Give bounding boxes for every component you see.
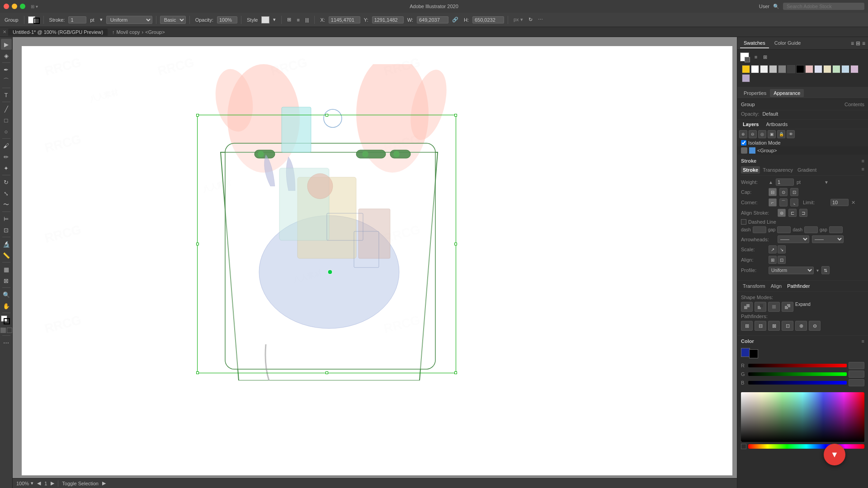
r-input[interactable]	[849, 362, 864, 369]
dashed-checkbox[interactable]	[741, 219, 746, 225]
swatch-silver[interactable]	[769, 65, 777, 73]
gradient-tool[interactable]: ▦	[1, 264, 12, 275]
tab-properties[interactable]: Properties	[740, 89, 770, 97]
dash1-input[interactable]	[753, 226, 766, 233]
page-next[interactable]: ▶	[51, 480, 54, 486]
zoom-control[interactable]: 100% ▾	[16, 480, 33, 486]
fg-swatch[interactable]	[740, 52, 749, 61]
rotate-icon[interactable]: ↻	[527, 16, 534, 23]
unite-btn[interactable]	[741, 302, 753, 312]
swatch-lavender[interactable]	[814, 65, 822, 73]
tab-align[interactable]: Align	[769, 282, 783, 290]
stroke-weight-input[interactable]	[68, 16, 86, 23]
w-input[interactable]	[417, 16, 448, 23]
blend-tool[interactable]: ⊠	[1, 275, 12, 286]
stroke-panel-menu[interactable]: ≡	[862, 166, 864, 174]
page-prev[interactable]: ◀	[37, 480, 41, 486]
type-tool[interactable]: T	[1, 89, 12, 100]
swatch-pink[interactable]	[805, 65, 813, 73]
tab-close-button[interactable]: ✕	[3, 29, 6, 34]
align-icon-1[interactable]: ⊞	[769, 256, 777, 264]
cap-square[interactable]: ⊡	[790, 188, 798, 196]
scale-tool[interactable]: ⤡	[1, 188, 12, 199]
swatch-mauve[interactable]	[850, 65, 859, 73]
grid-list-icon[interactable]: ≡	[851, 40, 854, 47]
expand-label[interactable]: Expand	[795, 302, 811, 312]
swatch-purple[interactable]	[742, 74, 750, 82]
panel-menu[interactable]: ≡	[862, 158, 864, 164]
r-slider[interactable]	[748, 364, 847, 367]
zoom-tool[interactable]: 🔍	[1, 289, 12, 300]
zoom-dropdown[interactable]: ▾	[31, 480, 33, 486]
make-mask-icon[interactable]: ⊕	[739, 130, 747, 138]
free-transform-tool[interactable]: ⊡	[1, 225, 12, 235]
eyedropper-tool[interactable]: 🔬	[1, 239, 12, 249]
g-input[interactable]	[849, 371, 864, 378]
cap-round[interactable]: ⊙	[779, 188, 788, 196]
tab-pathfinder[interactable]: Pathfinder	[785, 282, 811, 290]
fill-style-select[interactable]: Basic	[160, 16, 186, 24]
minus-back-btn[interactable]: ⊖	[809, 321, 821, 331]
align-icon-2[interactable]: ⊡	[778, 256, 786, 264]
align-center[interactable]: ⊜	[778, 209, 786, 217]
arrowhead-start[interactable]: ——	[778, 235, 809, 243]
group-selector[interactable]: Group	[3, 16, 20, 23]
corner-miter[interactable]: ⌐	[769, 198, 777, 206]
no-fill-mode[interactable]	[7, 328, 12, 333]
tab-gradient[interactable]: Gradient	[796, 166, 818, 174]
fullscreen-button[interactable]	[20, 4, 25, 9]
align-icon[interactable]: ≡	[295, 16, 301, 23]
cap-butt[interactable]: ⊟	[769, 188, 777, 196]
gap2-input[interactable]	[829, 226, 843, 233]
pencil-tool[interactable]: ✏	[1, 151, 12, 162]
measure-tool[interactable]: 📏	[1, 250, 12, 261]
layer-row-group[interactable]: <Group>	[737, 146, 868, 155]
minus-front-btn[interactable]	[755, 302, 766, 312]
outline-btn[interactable]: ⊕	[795, 321, 807, 331]
scale-icon-1[interactable]: ↗	[769, 245, 777, 253]
panel-menu-icon[interactable]: ≡	[862, 40, 865, 47]
pen-tool[interactable]: ✒	[1, 64, 12, 75]
swatch-white[interactable]	[751, 65, 759, 73]
exclude-btn[interactable]	[782, 302, 793, 312]
weight-up[interactable]: ▼	[824, 180, 829, 185]
ellipse-tool[interactable]: ○	[1, 126, 12, 137]
corner-bevel[interactable]: ⌞	[790, 198, 798, 206]
scale-icon-2[interactable]: ↘	[778, 245, 786, 253]
weight-down[interactable]: ▲	[769, 180, 773, 185]
style-dropdown[interactable]: ▾	[271, 16, 278, 23]
hue-slider[interactable]	[748, 444, 864, 449]
status-more[interactable]: ▶	[102, 480, 106, 486]
stroke-unit-dropdown[interactable]: ▾	[98, 16, 104, 23]
floating-badge[interactable]: ▼	[824, 444, 845, 465]
crop-btn[interactable]: ⊡	[782, 321, 793, 331]
transform-icon[interactable]: ⊞	[285, 16, 293, 23]
b-slider[interactable]	[748, 381, 847, 385]
color-menu[interactable]: ≡	[862, 338, 864, 344]
hand-tool[interactable]: ✋	[1, 300, 12, 311]
style-box[interactable]	[261, 16, 269, 23]
isolation-checkbox[interactable]	[741, 140, 746, 145]
swatch-gray[interactable]	[778, 65, 786, 73]
tab-artboards[interactable]: Artboards	[764, 121, 789, 128]
tab-transparency[interactable]: Transparency	[761, 166, 795, 174]
isolate-icon[interactable]: ◎	[758, 130, 766, 138]
spacing-icon[interactable]: |||	[303, 16, 311, 23]
corner-round[interactable]: ⌒	[779, 198, 788, 206]
release-mask-icon[interactable]: ⊖	[749, 130, 757, 138]
swatch-cream[interactable]	[823, 65, 831, 73]
align-inside[interactable]: ⊏	[788, 209, 797, 217]
h-input[interactable]	[472, 16, 504, 23]
chain-icon[interactable]: 🔗	[450, 16, 460, 23]
flip-icon[interactable]: ⇅	[821, 266, 830, 274]
align-outside[interactable]: ⊐	[799, 209, 807, 217]
tab-appearance[interactable]: Appearance	[770, 89, 804, 97]
trim-btn[interactable]: ⊟	[755, 321, 766, 331]
color-picker-area[interactable]	[741, 392, 864, 442]
canvas-area[interactable]: RRCG RRCG RRCG RRCG RRCG RRCG RRCG RRCG …	[13, 37, 737, 488]
document-tab[interactable]: Untitled-1* @ 100% (RGB/GPU Preview)	[8, 28, 108, 36]
tab-swatches[interactable]: Swatches	[740, 38, 769, 48]
divide-btn[interactable]: ⊞	[741, 321, 753, 331]
profile-select[interactable]: Uniform Width Profile 1 Width Profile 2	[769, 267, 814, 274]
lock-icon[interactable]: 🔒	[777, 130, 785, 138]
